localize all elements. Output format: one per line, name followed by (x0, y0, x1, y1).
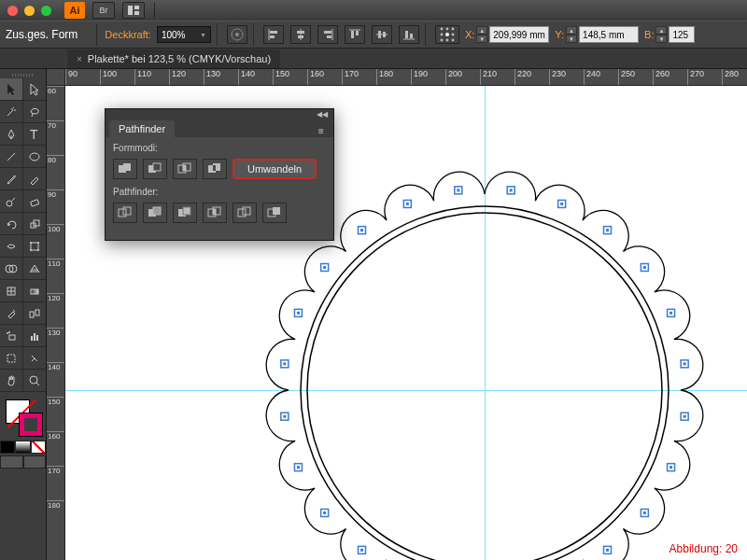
pen-tool[interactable] (0, 123, 23, 146)
control-bar: Zus.ges. Form Deckkraft: 100%▼ X: ▲▼ 209… (0, 21, 747, 49)
recolor-button[interactable] (227, 25, 247, 44)
figure-caption: Abbildung: 20 (666, 541, 741, 556)
close-window-icon[interactable] (7, 6, 18, 16)
svg-rect-115 (153, 163, 161, 171)
align-top-button[interactable] (345, 25, 365, 44)
shape-builder-tool[interactable] (0, 258, 23, 280)
svg-rect-127 (183, 207, 190, 215)
svg-rect-57 (34, 333, 35, 341)
free-transform-tool[interactable] (23, 235, 46, 258)
align-left-button[interactable] (263, 25, 284, 44)
y-input[interactable]: 148,5 mm (579, 26, 639, 43)
ellipse-tool[interactable] (23, 146, 46, 168)
hand-tool[interactable] (0, 370, 23, 392)
svg-point-24 (445, 28, 448, 31)
svg-rect-113 (123, 163, 131, 171)
pathfinder-panel: ◀◀ Pathfinder ≡ Formmodi: Umwandeln Path… (105, 108, 334, 241)
blob-brush-tool[interactable] (0, 190, 23, 213)
trim-button[interactable] (143, 203, 167, 223)
svg-rect-75 (684, 362, 686, 365)
svg-rect-131 (238, 209, 246, 217)
b-stepper[interactable]: ▲▼ (655, 26, 667, 43)
magic-wand-tool[interactable] (0, 101, 23, 123)
y-stepper[interactable]: ▲▼ (566, 26, 577, 43)
svg-point-23 (440, 28, 443, 31)
width-tool[interactable] (0, 235, 23, 258)
direct-selection-tool[interactable] (23, 78, 46, 101)
outline-button[interactable] (233, 203, 257, 223)
ruler-origin[interactable] (47, 69, 65, 86)
svg-rect-122 (119, 209, 126, 217)
close-tab-icon[interactable]: × (77, 54, 82, 64)
eyedropper-tool[interactable] (0, 302, 23, 325)
svg-rect-99 (283, 415, 286, 418)
perspective-grid-tool[interactable] (23, 258, 46, 280)
minus-front-button[interactable] (143, 159, 167, 179)
zoom-tool[interactable] (23, 370, 46, 392)
svg-point-60 (30, 376, 37, 384)
fill-stroke-control[interactable] (0, 396, 46, 439)
lasso-tool[interactable] (23, 101, 46, 123)
blend-tool[interactable] (23, 302, 46, 325)
line-tool[interactable] (0, 146, 23, 168)
b-input[interactable]: 125 (669, 26, 695, 43)
eraser-tool[interactable] (23, 190, 46, 213)
svg-rect-105 (323, 266, 326, 269)
svg-rect-37 (31, 199, 39, 205)
unite-button[interactable] (113, 159, 137, 179)
expand-button[interactable]: Umwandeln (233, 159, 317, 179)
horizontal-ruler[interactable]: 9010011012013014015016017018019020021022… (65, 69, 747, 86)
slice-tool[interactable] (23, 347, 46, 370)
minimize-window-icon[interactable] (24, 6, 35, 16)
svg-point-34 (30, 153, 39, 161)
crop-button[interactable] (203, 203, 227, 223)
bridge-button[interactable]: Br (92, 2, 115, 19)
svg-rect-13 (327, 35, 331, 38)
scale-tool[interactable] (23, 213, 46, 235)
arrange-docs-button[interactable] (122, 2, 145, 19)
y-label: Y: (555, 29, 564, 40)
svg-rect-19 (383, 32, 386, 37)
document-tab[interactable]: × Plakette* bei 123,5 % (CMYK/Vorschau) (67, 49, 280, 68)
svg-rect-12 (324, 31, 331, 34)
vertical-ruler[interactable]: 60708090100110120130140150160170180 (47, 86, 65, 560)
minus-back-button[interactable] (262, 203, 287, 223)
align-vcenter-button[interactable] (372, 25, 392, 44)
symbol-sprayer-tool[interactable] (0, 325, 23, 347)
exclude-button[interactable] (203, 159, 227, 179)
panel-menu-icon[interactable]: ≡ (315, 124, 328, 137)
zoom-window-icon[interactable] (41, 6, 51, 16)
panel-collapse-grip[interactable]: ◀◀ (106, 109, 333, 119)
svg-point-29 (440, 39, 443, 42)
svg-point-4 (235, 33, 239, 36)
merge-button[interactable] (173, 203, 197, 223)
svg-line-61 (36, 383, 39, 385)
svg-point-27 (445, 33, 449, 36)
paintbrush-tool[interactable] (0, 168, 23, 190)
svg-rect-0 (128, 6, 133, 15)
align-right-button[interactable] (317, 25, 338, 44)
x-input[interactable]: 209,999 mm (489, 26, 549, 43)
align-bottom-button[interactable] (399, 25, 419, 44)
selection-tool[interactable] (0, 78, 23, 101)
intersect-button[interactable] (173, 159, 197, 179)
artboard-tool[interactable] (0, 347, 23, 370)
svg-rect-15 (351, 31, 354, 38)
gradient-tool[interactable] (23, 280, 46, 302)
svg-rect-16 (356, 31, 359, 35)
align-hcenter-button[interactable] (290, 25, 311, 44)
pencil-tool[interactable] (23, 168, 46, 190)
type-tool[interactable]: T (23, 123, 46, 146)
svg-rect-2 (134, 11, 139, 15)
svg-point-25 (451, 28, 454, 31)
column-graph-tool[interactable] (23, 325, 46, 347)
mesh-tool[interactable] (0, 280, 23, 302)
svg-rect-97 (297, 466, 300, 469)
divide-button[interactable] (113, 203, 137, 223)
rotate-tool[interactable] (0, 213, 23, 235)
transform-refpoint[interactable] (435, 25, 459, 44)
pathfinder-tab[interactable]: Pathfinder (109, 120, 175, 137)
svg-rect-7 (270, 35, 275, 38)
x-stepper[interactable]: ▲▼ (476, 26, 487, 43)
opacity-input[interactable]: 100%▼ (157, 26, 211, 43)
